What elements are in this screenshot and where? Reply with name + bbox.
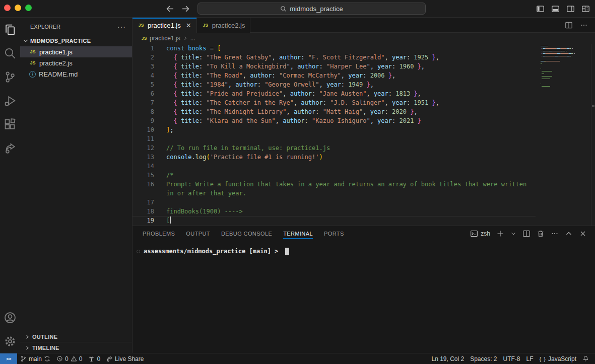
activity-item-run-debug[interactable] [0,89,20,112]
file-row-README.md[interactable]: iREADME.md [20,68,132,80]
live-share-icon [4,142,16,154]
line-content: [ [166,216,595,225]
launch-profile-chevron-icon[interactable] [510,230,516,238]
line-content: findBooks(1900) ----> [166,207,595,216]
status-language-mode[interactable]: { }JavaScript [537,353,579,364]
more-actions-icon[interactable] [580,21,588,29]
customize-layout-icon[interactable] [581,5,590,13]
status-forwarded-ports[interactable]: 0 [85,353,103,364]
status-indentation[interactable]: Spaces: 2 [467,353,500,364]
line-number: 6 [133,89,154,98]
terminal-content[interactable]: assessments/midmods_practice [main] > [133,241,595,353]
close-window-button[interactable] [4,5,11,11]
panel-tab-problems[interactable]: PROBLEMS [143,226,175,241]
code-line-18[interactable]: 18findBooks(1900) ----> [133,207,595,216]
terminal-shell-item[interactable]: zsh [470,230,490,238]
toggle-secondary-sidebar-icon[interactable] [566,5,575,13]
split-editor-icon[interactable] [565,21,573,29]
back-arrow-icon[interactable] [165,4,175,14]
breadcrumb: JS practice1.js ... [133,33,595,44]
status-live-share[interactable]: Live Share [103,353,147,364]
panel-actions: zsh [470,230,595,238]
file-row-practice2.js[interactable]: JSpractice2.js [20,57,132,68]
chevron-right-icon [24,345,30,351]
editor-scrollbar[interactable] [592,105,594,107]
close-tab-icon[interactable]: ✕ [186,22,191,29]
toggle-primary-sidebar-icon[interactable] [536,5,545,13]
code-line-9[interactable]: 9 { title: "Klara and the Sun", author: … [133,116,595,125]
split-terminal-icon[interactable] [522,230,531,238]
code-line-5[interactable]: 5 { title: "1984", author: "George Orwel… [133,80,595,89]
panel-tab-output[interactable]: OUTPUT [186,226,210,241]
command-decoration-icon[interactable] [137,250,140,253]
breadcrumb-file[interactable]: practice1.js [150,35,180,42]
activity-item-settings[interactable] [0,329,20,353]
panel-tab-terminal[interactable]: TERMINAL [283,226,313,241]
section-timeline[interactable]: TIMELINE [20,342,132,353]
sidebar-more-icon[interactable]: ··· [117,23,126,31]
code-line-10[interactable]: 10]; [133,125,595,134]
status-eol[interactable]: LF [523,353,537,364]
vscode-window: midmods_practice EXPLORER ··· MIDMODS_PR… [0,0,595,364]
code-line-4[interactable]: 4 { title: "The Road", author: "Cormac M… [133,71,595,80]
minimize-window-button[interactable] [15,5,21,11]
line-number: 15 [133,171,154,180]
minimap-border [591,44,591,226]
code-line-15[interactable]: 15/* [133,171,595,180]
breadcrumb-symbol[interactable]: ... [190,35,195,42]
code-line-6[interactable]: 6 { title: "Pride and Prejudice", author… [133,89,595,98]
code-line-8[interactable]: 8 { title: "The Midnight Library", autho… [133,107,595,116]
status-text: main [29,355,42,362]
status-text: JavaScript [548,355,576,362]
code-line-16[interactable]: 16Prompt: Write a function that takes in… [133,180,595,198]
folder-row[interactable]: MIDMODS_PRACTICE [20,35,132,46]
line-number: 12 [133,143,154,153]
zoom-window-button[interactable] [25,5,32,11]
activity-item-accounts[interactable] [0,306,20,329]
panel-tab-debug-console[interactable]: DEBUG CONSOLE [221,226,272,241]
new-terminal-icon[interactable] [496,230,504,238]
code-line-11[interactable]: 11 [133,134,595,143]
tab-practice1.js[interactable]: JSpractice1.js✕ [133,18,197,33]
status-git-branch[interactable]: main [17,353,53,364]
file-row-practice1.js[interactable]: JSpractice1.js [20,46,132,57]
close-panel-icon[interactable] [579,230,587,238]
activity-item-live-share[interactable] [0,136,20,160]
code-line-12[interactable]: 12// To run file in terminal, use: pract… [133,143,595,153]
line-content [166,198,595,207]
activity-item-source-control[interactable] [0,65,20,89]
code-line-17[interactable]: 17 [133,198,595,207]
activity-item-explorer[interactable] [0,18,20,41]
code-line-2[interactable]: 2 { title: "The Great Gatsby", author: "… [133,53,595,62]
code-line-1[interactable]: 1const books = [ [133,44,595,53]
section-outline[interactable]: OUTLINE [20,331,132,342]
code-line-7[interactable]: 7 { title: "The Catcher in the Rye", aut… [133,98,595,107]
code-line-19[interactable]: 19[ [133,216,595,225]
line-number: 10 [133,125,154,134]
folder-name: MIDMODS_PRACTICE [30,38,91,44]
status-notifications[interactable] [579,353,592,364]
panel-more-icon[interactable] [551,230,559,238]
status-encoding[interactable]: UTF-8 [500,353,523,364]
code-line-13[interactable]: 13console.log('Practice file #1 is runni… [133,153,595,162]
toggle-panel-icon[interactable] [551,5,560,13]
tab-practice2.js[interactable]: JSpractice2.js [197,18,251,33]
minimap[interactable] [541,44,591,90]
code-line-14[interactable]: 14 [133,162,595,171]
tab-bar: JSpractice1.js✕JSpractice2.js [133,18,595,33]
forward-arrow-icon[interactable] [181,4,190,14]
activity-item-search[interactable] [0,41,20,65]
activity-item-extensions[interactable] [0,112,20,136]
status-problems[interactable]: 00 [53,353,85,364]
status-cursor-position[interactable]: Ln 19, Col 2 [428,353,467,364]
kill-terminal-trash-icon[interactable] [537,230,545,238]
code-line-3[interactable]: 3 { title: "To Kill a Mockingbird", auth… [133,62,595,71]
tab-label: practice1.js [148,22,181,29]
status-remote-indicator[interactable]: >< [0,353,17,364]
maximize-panel-icon[interactable] [565,230,573,238]
command-center-search[interactable]: midmods_practice [197,3,426,15]
panel-tab-ports[interactable]: PORTS [324,226,344,241]
file-name: practice1.js [39,48,73,56]
code-editor[interactable]: 1const books = [2 { title: "The Great Ga… [133,44,595,226]
line-number: 4 [133,71,154,80]
